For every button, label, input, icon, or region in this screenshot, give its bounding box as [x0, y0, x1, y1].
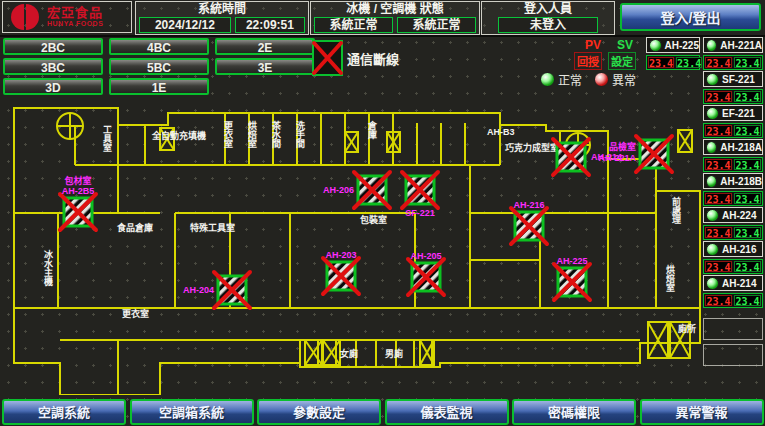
- ahu-unit-icon[interactable]: AH-203: [323, 250, 359, 294]
- stair-icon: [648, 322, 668, 358]
- nav-button-3[interactable]: 參數設定: [257, 399, 381, 425]
- ahu-unit-icon[interactable]: 品檢室AH-221A: [598, 136, 672, 172]
- sv-value: 23.4: [734, 193, 761, 204]
- normal-led-icon: [540, 72, 555, 87]
- system-time-label: 系統時間: [136, 2, 308, 17]
- room-label: 更衣室: [223, 121, 234, 148]
- unit-value-pair: 23.423.4: [703, 157, 763, 172]
- room-label: 包裝室: [359, 214, 387, 225]
- floor-button-2e[interactable]: 2E: [215, 38, 315, 55]
- abnormal-led-icon: [594, 72, 609, 87]
- unit-led-icon: [706, 107, 719, 120]
- login-panel: 登入人員 未登入: [481, 1, 615, 35]
- room-label: 特殊工具室: [190, 222, 235, 233]
- company-logo: 宏亞食品 HUNYA FOODS: [2, 1, 132, 33]
- login-status-value: 未登入: [498, 17, 598, 33]
- floor-button-1e[interactable]: 1E: [109, 78, 209, 95]
- system-date-value: 2024/12/12: [139, 17, 231, 33]
- sv-value: 23.4: [734, 227, 761, 238]
- pv-value: 23.4: [705, 125, 732, 136]
- ahu-status-value: 系統正常: [397, 17, 476, 33]
- nav-button-2[interactable]: 空調箱系統: [130, 399, 254, 425]
- unit-led-icon: [706, 175, 717, 188]
- unit-name-label: EF-221: [722, 108, 755, 119]
- sv-value: 23.4: [676, 57, 702, 68]
- unit-led-icon: [706, 39, 717, 52]
- unit-tag-label: 包材室: [63, 175, 91, 186]
- ahu-unit-icon[interactable]: AH-225: [554, 256, 590, 300]
- room-label: 女廁: [340, 348, 358, 359]
- nav-button-5[interactable]: 密碼權限: [512, 399, 636, 425]
- empty-slot: [703, 318, 763, 340]
- machine-status-panel: 冰機 / 空調機 狀態 系統正常 系統正常: [310, 1, 480, 35]
- sv-value: 23.4: [734, 261, 761, 272]
- empty-slot: [703, 344, 763, 366]
- abnormal-label: 異常: [612, 71, 636, 88]
- sv-value: 23.4: [734, 295, 761, 306]
- ahu-unit-icon[interactable]: AH-206: [323, 172, 390, 208]
- nav-button-4[interactable]: 儀表監視: [385, 399, 509, 425]
- floor-button-3d[interactable]: 3D: [3, 78, 103, 95]
- unit-tag-label: SF-221: [405, 208, 435, 218]
- legend-abnormal: 異常: [594, 71, 636, 88]
- ahu-unit-icon[interactable]: AH-205: [408, 251, 444, 295]
- room-label: 廁所: [678, 323, 696, 334]
- floor-button-3bc[interactable]: 3BC: [3, 58, 103, 75]
- ahu-unit-icon[interactable]: AH-216: [511, 200, 547, 244]
- room-label: 全自動充填機: [151, 130, 206, 141]
- ahu-unit-icon[interactable]: 包材室AH-2B5: [60, 175, 96, 230]
- stair-icon: [678, 130, 692, 152]
- room-label: 洗手間: [295, 120, 305, 149]
- nav-button-1[interactable]: 空調系統: [2, 399, 126, 425]
- room-label: 烘焙室: [665, 264, 675, 292]
- floor-button-5bc[interactable]: 5BC: [109, 58, 209, 75]
- floorplan: 工具室全自動充填機更衣室烘焙室茶水間洗手間倉庫AH-B3巧克力成型室食品倉庫特殊…: [0, 95, 703, 395]
- nav-button-6[interactable]: 異常警報: [640, 399, 764, 425]
- unit-tag-label: AH-216: [513, 200, 544, 210]
- sv-value: 23.4: [734, 57, 761, 68]
- room-label: 更衣室: [122, 308, 149, 319]
- logo-title: 宏亞食品: [47, 6, 103, 20]
- unit-value-pair: 23.423.4: [703, 293, 763, 308]
- unit-value-pair: 23.423.4: [703, 55, 763, 70]
- comm-fail-label: 通信斷線: [347, 49, 399, 68]
- pv-value: 23.4: [705, 91, 732, 102]
- unit-button-ah-216[interactable]: AH-216: [703, 241, 763, 257]
- login-label: 登入人員: [482, 2, 614, 17]
- unit-led-icon: [706, 277, 719, 290]
- pv-value: 23.4: [705, 159, 732, 170]
- sv-value: 23.4: [734, 125, 761, 136]
- ahu-unit-icon[interactable]: SF-221: [402, 172, 438, 218]
- unit-button-ah-224[interactable]: AH-224: [703, 207, 763, 223]
- unit-led-icon: [706, 73, 719, 86]
- hmi-screen: 宏亞食品 HUNYA FOODS 系統時間 2024/12/12 22:09:5…: [0, 0, 765, 426]
- stair-icon: [305, 340, 322, 365]
- unit-button-ah-221a[interactable]: AH-221A: [703, 37, 763, 53]
- room-label: 巧克力成型室: [505, 142, 559, 153]
- unit-name-label: AH-218B: [720, 176, 762, 187]
- unit-led-icon: [649, 39, 662, 52]
- unit-tag-label: AH-2B5: [62, 186, 95, 196]
- floor-button-3e[interactable]: 3E: [215, 58, 315, 75]
- unit-button-ef-221[interactable]: EF-221: [703, 105, 763, 121]
- unit-button-ah-218b[interactable]: AH-218B: [703, 173, 763, 189]
- floor-button-4bc[interactable]: 4BC: [109, 38, 209, 55]
- room-label: 冰水主機: [43, 249, 54, 287]
- unit-tag-label: AH-205: [410, 251, 441, 261]
- floor-button-2bc[interactable]: 2BC: [3, 38, 103, 55]
- unit-tag-label: AH-204: [183, 285, 214, 295]
- unit-button-ah-214[interactable]: AH-214: [703, 275, 763, 291]
- unit-button-sf-221[interactable]: SF-221: [703, 71, 763, 87]
- login-logout-button[interactable]: 登入/登出: [620, 3, 761, 31]
- unit-button-ah-225[interactable]: AH-225: [646, 37, 700, 53]
- unit-button-ah-218a[interactable]: AH-218A: [703, 139, 763, 155]
- unit-name-label: AH-224: [722, 210, 756, 221]
- room-label: AH-B3: [487, 127, 515, 137]
- legend-normal: 正常: [540, 71, 582, 88]
- comm-fail-icon: [312, 40, 343, 76]
- system-time-panel: 系統時間 2024/12/12 22:09:51: [135, 1, 309, 35]
- pv-value: 23.4: [705, 227, 732, 238]
- ahu-unit-icon[interactable]: AH-204: [183, 272, 250, 308]
- unit-tag-label: AH-221A: [598, 153, 636, 163]
- room-label: 烘焙室: [247, 120, 257, 148]
